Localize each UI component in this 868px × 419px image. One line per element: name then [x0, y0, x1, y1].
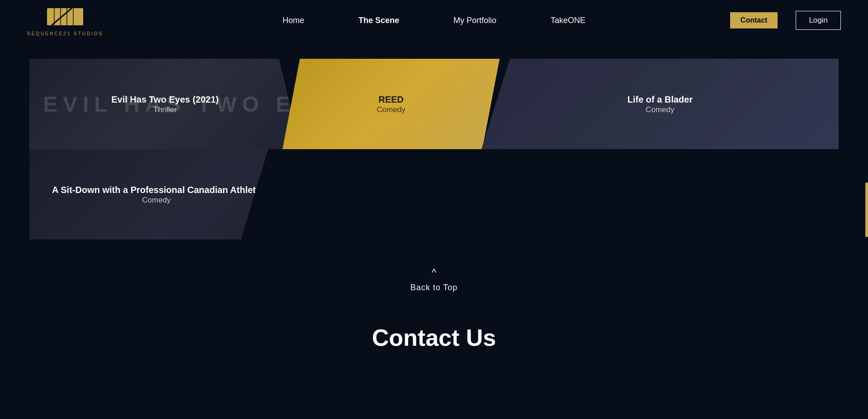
card-2-content: REED Comedy	[377, 94, 405, 114]
back-to-top-label: Back to Top	[410, 283, 458, 292]
film-card-evil-eyes[interactable]: EVIL HAS TWO EYES Evil Has Two Eyes (202…	[29, 59, 301, 149]
site-header: SEQUENCE21 STUDIOS Home The Scene My Por…	[0, 0, 868, 41]
nav-takeone[interactable]: TakeONE	[551, 16, 585, 25]
logo-text: SEQUENCE21 STUDIOS	[27, 31, 103, 36]
card-4-genre: Comedy	[52, 196, 261, 205]
svg-rect-4	[68, 5, 71, 8]
card-3-genre: Comedy	[627, 105, 693, 114]
contact-title: Contact Us	[0, 324, 868, 351]
login-button[interactable]: Login	[796, 11, 841, 30]
film-card-reed[interactable]: REED Comedy	[283, 59, 500, 149]
logo-icon	[47, 5, 83, 29]
card-4-title: A Sit-Down with a Professional Canadian …	[52, 184, 261, 196]
right-accent-bar	[865, 183, 868, 237]
cards-row-1: EVIL HAS TWO EYES Evil Has Two Eyes (202…	[29, 59, 839, 149]
card-3-title: Life of a Blader	[627, 94, 693, 105]
card-2-title: REED	[377, 94, 405, 105]
card-1-content: Evil Has Two Eyes (2021) Thriller	[111, 94, 219, 114]
svg-rect-8	[61, 26, 65, 28]
back-to-top[interactable]: ^ Back to Top	[0, 240, 868, 311]
svg-rect-10	[74, 26, 78, 28]
svg-rect-1	[49, 5, 52, 8]
card-4-content: A Sit-Down with a Professional Canadian …	[52, 184, 261, 205]
card-1-title: Evil Has Two Eyes (2021)	[111, 94, 219, 105]
film-card-blader[interactable]: Life of a Blader Comedy	[481, 59, 839, 149]
svg-rect-9	[68, 26, 71, 28]
main-nav: Home The Scene My Portfolio TakeONE	[283, 16, 585, 25]
nav-my-portfolio[interactable]: My Portfolio	[453, 16, 496, 25]
back-to-top-icon: ^	[432, 267, 436, 278]
card-3-content: Life of a Blader Comedy	[627, 94, 693, 114]
contact-button[interactable]: Contact	[730, 12, 778, 28]
card-1-genre: Thriller	[111, 105, 219, 114]
svg-rect-5	[74, 5, 78, 8]
nav-the-scene[interactable]: The Scene	[359, 16, 399, 25]
main-content: EVIL HAS TWO EYES Evil Has Two Eyes (202…	[0, 41, 868, 351]
nav-home[interactable]: Home	[283, 16, 304, 25]
header-right: Contact Login	[730, 11, 841, 30]
cards-row-2: A Sit-Down with a Professional Canadian …	[29, 149, 839, 240]
svg-rect-3	[61, 5, 65, 8]
card-2-genre: Comedy	[377, 105, 405, 114]
film-card-athlete[interactable]: A Sit-Down with a Professional Canadian …	[29, 149, 301, 240]
svg-rect-6	[49, 26, 52, 28]
svg-rect-2	[55, 5, 59, 8]
svg-rect-0	[47, 8, 83, 25]
svg-rect-7	[55, 26, 59, 28]
contact-section: Contact Us	[0, 311, 868, 351]
logo-area[interactable]: SEQUENCE21 STUDIOS	[27, 5, 103, 36]
